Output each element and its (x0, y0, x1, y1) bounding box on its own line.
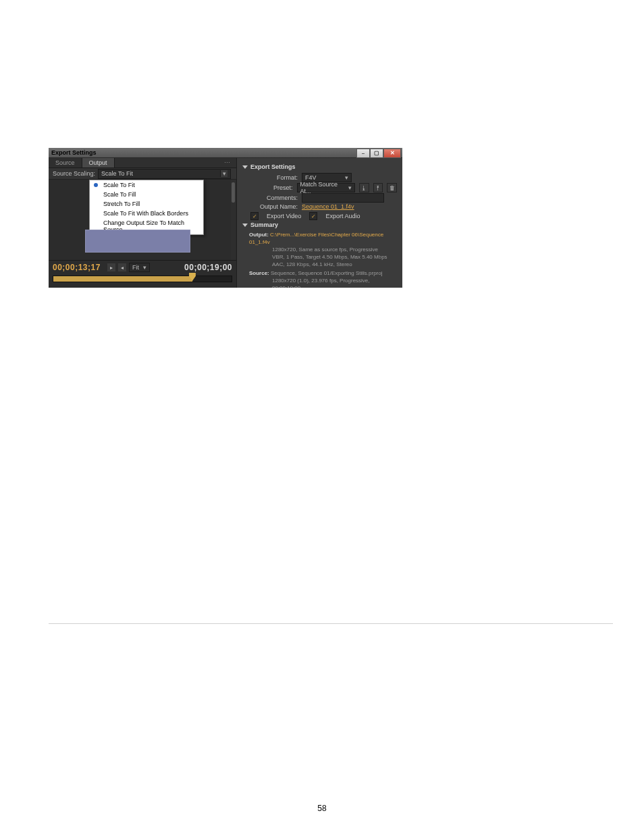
summary-heading: Summary (250, 221, 278, 228)
preset-value: Match Source At... (300, 181, 348, 194)
summary-output-line2: 1280x720, Same as source fps, Progressiv… (249, 246, 397, 253)
scaling-option-fill[interactable]: Scale To Fill (90, 190, 203, 199)
output-name-label: Output Name: (242, 203, 302, 210)
summary-source-line2: 1280x720 (1.0), 23.976 fps, Progressive,… (249, 277, 397, 288)
prev-frame-button[interactable]: ▸ (107, 263, 115, 271)
preview-area: Scale To Fit Scale To Fill Stretch To Fi… (49, 180, 236, 261)
chevron-down-icon: ▾ (345, 174, 348, 181)
timeline-range[interactable] (53, 276, 192, 282)
summary-output-path: C:\Prem...\Exercise Files\Chapter 06\Seq… (249, 232, 383, 245)
page-number: 58 (0, 804, 644, 813)
timeline: 00;00;13;17 ▸ ◂ Fit ▾ 00;00;19;00 (49, 261, 236, 288)
close-button[interactable]: ✕ (383, 149, 401, 158)
export-video-label: Export Video (267, 213, 301, 219)
format-label: Format: (242, 174, 302, 181)
scaling-option-blackborders[interactable]: Scale To Fit With Black Borders (90, 209, 203, 218)
source-scaling-label: Source Scaling: (49, 170, 98, 177)
preset-dropdown[interactable]: Match Source At... ▾ (297, 183, 355, 192)
format-value: F4V (305, 174, 317, 181)
preview-tabs: Source Output ⋯ (49, 158, 236, 168)
timeline-track[interactable] (53, 276, 232, 282)
chevron-down-icon: ▾ (348, 184, 352, 191)
source-scaling-value: Scale To Fit (101, 170, 133, 177)
preview-panel: Source Output ⋯ Source Scaling: Scale To… (49, 158, 237, 288)
summary-output-line3: VBR, 1 Pass, Target 4.50 Mbps, Max 5.40 … (249, 253, 397, 261)
preview-scrollbar[interactable] (231, 180, 236, 260)
dialog-titlebar[interactable]: Export Settings – ▢ ✕ (49, 148, 402, 158)
delete-preset-button[interactable]: 🗑 (387, 183, 397, 192)
dialog-title: Export Settings (51, 149, 97, 156)
comments-label: Comments: (242, 194, 302, 201)
video-frame-preview (85, 230, 190, 253)
tab-source[interactable]: Source (49, 158, 82, 167)
current-timecode[interactable]: 00;00;13;17 (53, 263, 101, 272)
zoom-fit-dropdown[interactable]: Fit ▾ (129, 263, 150, 272)
export-settings-screenshot: Export Settings – ▢ ✕ Source Output ⋯ So… (49, 148, 402, 287)
export-audio-label: Export Audio (325, 213, 360, 219)
import-preset-button[interactable]: ⭱ (373, 183, 383, 192)
next-frame-button[interactable]: ◂ (118, 263, 126, 271)
disclosure-triangle-icon (242, 224, 248, 227)
settings-panel: Export Settings Format: F4V ▾ Preset: Ma… (237, 158, 402, 288)
save-preset-button[interactable]: ⭳ (359, 183, 369, 192)
source-scaling-menu: Scale To Fit Scale To Fill Stretch To Fi… (89, 180, 204, 235)
minimize-button[interactable]: – (356, 149, 370, 158)
chevron-down-icon: ▾ (143, 264, 146, 271)
export-video-checkbox[interactable]: ✓ (250, 212, 259, 220)
preset-label: Preset: (242, 184, 297, 191)
summary-source-label: Source: (249, 270, 269, 276)
scaling-option-fit[interactable]: Scale To Fit (90, 180, 203, 190)
export-settings-heading: Export Settings (250, 163, 296, 170)
summary-header[interactable]: Summary (242, 221, 397, 228)
source-scaling-row: Source Scaling: Scale To Fit ▾ (49, 168, 236, 180)
summary-source-line1: Sequence, Sequence 01/Exporting Stills.p… (271, 270, 382, 276)
source-scaling-dropdown[interactable]: Scale To Fit ▾ (98, 169, 231, 179)
output-name-link[interactable]: Sequence 01_1.f4v (302, 203, 354, 210)
tab-output[interactable]: Output (82, 158, 115, 167)
summary-output-line4: AAC, 128 Kbps, 44.1 kHz, Stereo (249, 261, 397, 268)
scaling-option-stretch[interactable]: Stretch To Fill (90, 199, 203, 209)
chevron-down-icon: ▾ (220, 170, 227, 177)
zoom-fit-label: Fit (132, 264, 139, 271)
summary-output-label: Output: (249, 232, 269, 238)
comments-input[interactable] (302, 193, 384, 203)
maximize-button[interactable]: ▢ (370, 149, 383, 158)
summary-block: Output: C:\Prem...\Exercise Files\Chapte… (249, 231, 397, 288)
page-rule (49, 623, 613, 624)
duration-timecode: 00;00;19;00 (184, 263, 232, 272)
disclosure-triangle-icon (242, 165, 248, 169)
export-audio-checkbox[interactable]: ✓ (309, 212, 317, 220)
export-settings-header[interactable]: Export Settings (242, 163, 397, 170)
tab-slider-icon[interactable]: ⋯ (217, 158, 236, 167)
